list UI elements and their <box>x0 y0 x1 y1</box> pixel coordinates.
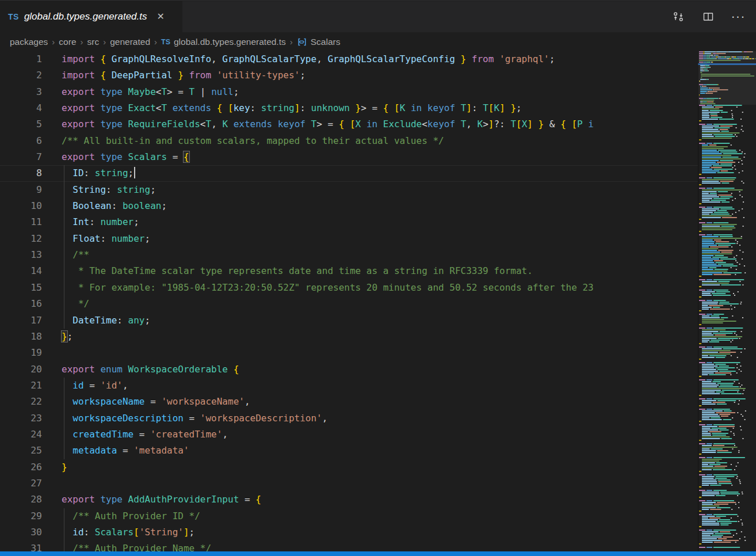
close-tab-icon[interactable]: ✕ <box>157 12 165 21</box>
code-text <box>42 475 756 492</box>
breadcrumb-src[interactable]: src <box>87 37 100 47</box>
tab-global-db-types[interactable]: TS global.db.types.generated.ts ✕ <box>0 1 182 32</box>
code-line[interactable]: 20export enum WorkspaceOrderable { <box>0 361 756 378</box>
code-line[interactable]: 9 String: string; <box>0 182 756 198</box>
line-number: 23 <box>0 410 42 426</box>
code-text: /** Auth Provider Name */ <box>42 540 756 551</box>
code-line[interactable]: 14 * The DateTime scalar type represents… <box>0 263 756 279</box>
code-text: export type AddAuthProviderInput = { <box>42 492 756 508</box>
split-editor-icon[interactable] <box>701 9 716 24</box>
code-text: Int: number; <box>42 214 756 230</box>
code-line[interactable]: 15 * For example: "1985-04-12T23:20:50.5… <box>0 280 756 296</box>
code-line[interactable]: 17 DateTime: any; <box>0 313 756 329</box>
tab-bar: TS global.db.types.generated.ts ✕ <box>0 1 756 32</box>
code-line[interactable]: 16 */ <box>0 296 756 312</box>
code-text: export type Maybe<T> = T | null; <box>42 84 756 100</box>
open-changes-icon[interactable] <box>671 9 686 24</box>
line-number: 19 <box>0 345 42 361</box>
code-text: } <box>42 459 756 475</box>
line-number: 6 <box>0 133 42 149</box>
code-editor[interactable]: 1import { GraphQLResolveInfo, GraphQLSca… <box>0 51 756 551</box>
code-text: String: string; <box>42 182 756 198</box>
symbol-type-icon <box>297 37 307 47</box>
line-number: 8 <box>0 165 42 181</box>
line-number: 16 <box>0 296 42 312</box>
code-text: workspaceDescription = 'workspaceDescrip… <box>42 410 756 426</box>
line-number: 17 <box>0 313 42 329</box>
code-text: Float: number; <box>42 231 756 247</box>
status-bar <box>0 551 756 556</box>
code-line[interactable]: 26} <box>0 459 756 475</box>
breadcrumb-symbol-label: Scalars <box>311 37 341 47</box>
breadcrumb-separator: › <box>103 37 106 47</box>
code-line[interactable]: 18}; <box>0 329 756 345</box>
line-number: 1 <box>0 51 42 67</box>
code-text: /** All built-in and custom scalars, map… <box>42 133 756 149</box>
code-line[interactable]: 27 <box>0 475 756 492</box>
breadcrumb-packages[interactable]: packages <box>10 37 48 47</box>
line-number: 5 <box>0 116 42 132</box>
more-actions-icon[interactable]: ··· <box>731 9 746 24</box>
code-text: export type Exact<T extends { [key: stri… <box>42 100 756 116</box>
breadcrumb-core[interactable]: core <box>59 37 76 47</box>
line-number: 29 <box>0 508 42 524</box>
breadcrumb-generated[interactable]: generated <box>110 37 150 47</box>
code-line[interactable]: 4export type Exact<T extends { [key: str… <box>0 100 756 116</box>
code-text: export enum WorkspaceOrderable { <box>42 361 756 378</box>
code-text: export type Scalars = { <box>42 149 756 165</box>
line-number: 9 <box>0 182 42 198</box>
code-line[interactable]: 12 Float: number; <box>0 231 756 247</box>
breadcrumb-separator: › <box>52 37 55 47</box>
code-line[interactable]: 28export type AddAuthProviderInput = { <box>0 492 756 508</box>
code-line[interactable]: 7export type Scalars = { <box>0 149 756 165</box>
code-line[interactable]: 13 /** <box>0 247 756 263</box>
line-number: 28 <box>0 492 42 508</box>
code-text: * The DateTime scalar type represents da… <box>42 263 756 279</box>
code-line[interactable]: 5export type RequireFields<T, K extends … <box>0 116 756 132</box>
line-number: 22 <box>0 394 42 410</box>
breadcrumb-separator: › <box>154 37 157 47</box>
code-text: id: Scalars['String']; <box>42 524 756 540</box>
code-line[interactable]: 8 ID: string; <box>0 165 756 181</box>
code-line[interactable]: 24 createdTime = 'createdTime', <box>0 426 756 443</box>
line-number: 14 <box>0 263 42 279</box>
code-text: export type RequireFields<T, K extends k… <box>42 116 756 132</box>
code-line[interactable]: 2import { DeepPartial } from 'utility-ty… <box>0 67 756 83</box>
code-line[interactable]: 23 workspaceDescription = 'workspaceDesc… <box>0 410 756 426</box>
line-number: 4 <box>0 100 42 116</box>
code-line[interactable]: 25 metadata = 'metadata' <box>0 443 756 459</box>
code-line[interactable]: 31 /** Auth Provider Name */ <box>0 540 756 551</box>
code-line[interactable]: 10 Boolean: boolean; <box>0 198 756 214</box>
line-number: 2 <box>0 67 42 83</box>
line-number: 3 <box>0 84 42 100</box>
breadcrumb-separator: › <box>81 37 83 47</box>
minimap[interactable] <box>698 51 756 551</box>
breadcrumb-symbol[interactable]: Scalars <box>297 37 341 47</box>
code-text <box>42 345 756 361</box>
breadcrumb-file[interactable]: TS global.db.types.generated.ts <box>161 37 286 47</box>
line-number: 20 <box>0 361 42 378</box>
code-text: */ <box>42 296 756 312</box>
line-number: 30 <box>0 524 42 540</box>
code-text: id = 'id', <box>42 378 756 394</box>
tab-title: global.db.types.generated.ts <box>24 11 147 22</box>
text-cursor <box>134 167 135 178</box>
code-line[interactable]: 3export type Maybe<T> = T | null; <box>0 84 756 100</box>
code-line[interactable]: 29 /** Auth Provider ID */ <box>0 508 756 524</box>
breadcrumb-separator: › <box>290 37 293 47</box>
code-line[interactable]: 6/** All built-in and custom scalars, ma… <box>0 133 756 149</box>
line-number: 31 <box>0 540 42 551</box>
code-line[interactable]: 21 id = 'id', <box>0 378 756 394</box>
code-line[interactable]: 30 id: Scalars['String']; <box>0 524 756 540</box>
code-text: /** Auth Provider ID */ <box>42 508 756 524</box>
line-number: 27 <box>0 475 42 492</box>
code-text: ID: string; <box>42 165 756 181</box>
code-line[interactable]: 19 <box>0 345 756 361</box>
typescript-file-icon: TS <box>161 38 170 46</box>
breadcrumb-file-label: global.db.types.generated.ts <box>174 37 286 47</box>
code-line[interactable]: 22 workspaceName = 'workspaceName', <box>0 394 756 410</box>
code-text: DateTime: any; <box>42 313 756 329</box>
code-line[interactable]: 11 Int: number; <box>0 214 756 230</box>
code-text: /** <box>42 247 756 263</box>
code-line[interactable]: 1import { GraphQLResolveInfo, GraphQLSca… <box>0 51 756 67</box>
